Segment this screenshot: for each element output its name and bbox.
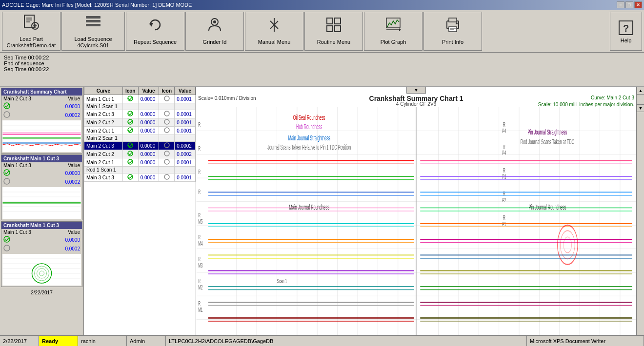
table-row[interactable]: Rod 1 Scan 1 xyxy=(84,167,196,173)
svg-rect-8 xyxy=(86,20,101,22)
window-controls: − □ ✕ xyxy=(617,1,642,8)
print-info-icon xyxy=(444,16,462,37)
svg-point-32 xyxy=(4,112,10,117)
sidebar: Crankshaft Summary Chart Main 2 Cut 3 Va… xyxy=(0,87,84,335)
cell-val1: 0.0000 xyxy=(138,150,159,158)
scroll-up-arrow[interactable]: ▲ xyxy=(637,87,644,95)
cell-icon1 xyxy=(122,118,138,127)
sidebar-main1-row2: 0.0002 xyxy=(1,177,82,186)
sidebar-circle-icon-3 xyxy=(3,245,10,252)
cell-val2: 0.0002 xyxy=(175,150,196,158)
svg-text:?: ? xyxy=(623,23,629,34)
cell-val1: 0.0000 xyxy=(138,110,159,118)
sidebar-section-main1: Crankshaft Main 1 Cut 3 Main 1 Cut 3 Val… xyxy=(1,154,82,220)
cell-val1 xyxy=(138,103,159,110)
repeat-sequence-button[interactable]: Repeat Sequence xyxy=(126,12,184,51)
table-row[interactable]: Main 1 Scan 1 xyxy=(84,103,196,110)
cell-icon2 xyxy=(159,118,175,127)
cell-icon1 xyxy=(122,150,138,158)
status-path: LTLPC0CL2H2\ADCOLEGAGEDB\GageDB xyxy=(166,336,527,346)
sidebar-check-icon-2 xyxy=(3,169,10,177)
routine-menu-button[interactable]: Routine Menu xyxy=(304,12,363,51)
cell-icon1 xyxy=(122,167,138,173)
sidebar-chart-3 xyxy=(2,254,81,286)
minimize-button[interactable]: − xyxy=(617,1,624,8)
table-row[interactable]: Main 2 Cut 30.00000.0002 xyxy=(84,142,196,150)
svg-point-12 xyxy=(213,20,216,23)
help-button[interactable]: ? Help xyxy=(610,12,642,51)
help-icon: ? xyxy=(617,19,635,38)
table-row[interactable]: Main 2 Cut 20.00000.0002 xyxy=(84,150,196,158)
cell-icon1 xyxy=(122,142,138,150)
load-sequence-button[interactable]: Load Sequence 4Cylcrnk.S01 xyxy=(61,12,125,51)
table-row[interactable]: Main 2 Cut 20.00000.0001 xyxy=(84,118,196,127)
cell-icon1 xyxy=(122,135,138,142)
cell-val1 xyxy=(138,167,159,173)
print-info-label: Print Info xyxy=(442,39,463,45)
collapse-button[interactable]: ▼ xyxy=(406,87,426,94)
cell-val2: 0.0001 xyxy=(175,127,196,135)
sidebar-data-row-2: 0.0002 xyxy=(1,111,82,119)
graph-svg: R R R R R M5 R M4 R M3 R M2 R M1 R P4 R … xyxy=(196,107,636,335)
cell-icon2 xyxy=(159,158,175,167)
col-icon2: Icon xyxy=(159,87,175,95)
status-date: 2/22/2017 xyxy=(0,336,39,346)
cell-curve: Rod 1 Scan 1 xyxy=(84,167,123,173)
cell-curve: Main 1 Cut 1 xyxy=(84,95,123,103)
svg-text:R: R xyxy=(198,169,201,175)
svg-text:M5: M5 xyxy=(198,218,202,225)
data-table-area[interactable]: Curve Icon Value Icon Value Main 1 Cut 1… xyxy=(84,87,196,335)
cell-val1: 0.0000 xyxy=(138,173,159,182)
data-table: Curve Icon Value Icon Value Main 1 Cut 1… xyxy=(84,87,196,182)
sidebar-main1-value2: 0.0002 xyxy=(56,179,80,185)
statusbar: 2/22/2017 Ready rachin Admin LTLPC0CL2H2… xyxy=(0,335,644,346)
right-scrollbar[interactable]: ▲ ▼ xyxy=(636,87,644,335)
cell-val2 xyxy=(175,167,196,173)
svg-point-47 xyxy=(4,178,10,184)
toolbar: Load Part CrankshaftDemo.dat Load Sequen… xyxy=(0,10,644,53)
sidebar-chart-2 xyxy=(2,187,81,219)
cell-icon2 xyxy=(159,103,175,110)
load-part-button[interactable]: Load Part CrankshaftDemo.dat xyxy=(2,12,60,51)
scroll-down-arrow[interactable]: ▼ xyxy=(637,104,644,112)
sidebar-header-row: Main 2 Cut 3 Value xyxy=(1,96,82,102)
svg-point-56 xyxy=(4,236,10,242)
plot-graph-button[interactable]: Plot Graph xyxy=(364,12,423,51)
manual-menu-button[interactable]: Manual Menu xyxy=(245,12,303,51)
maximize-button[interactable]: □ xyxy=(625,1,633,8)
svg-point-81 xyxy=(164,159,169,164)
cell-curve: Main 2 Cut 3 xyxy=(84,110,123,118)
cell-curve: Main 2 Scan 1 xyxy=(84,135,123,142)
status-user: rachin xyxy=(78,336,127,346)
main-content: Crankshaft Summary Chart Main 2 Cut 3 Va… xyxy=(0,87,644,335)
svg-text:M1: M1 xyxy=(198,306,202,313)
grinder-id-button[interactable]: Grinder Id xyxy=(185,12,244,51)
table-row[interactable]: Main 2 Cut 10.00000.0001 xyxy=(84,127,196,135)
table-row[interactable]: Main 2 Cut 10.00000.0001 xyxy=(84,158,196,167)
table-row[interactable]: Main 2 Scan 1 xyxy=(84,135,196,142)
manual-menu-label: Manual Menu xyxy=(258,39,291,45)
table-row[interactable]: Main 3 Cut 30.00000.0001 xyxy=(84,173,196,182)
help-label: Help xyxy=(621,38,632,43)
close-button[interactable]: ✕ xyxy=(634,1,642,8)
load-part-label: Load Part CrankshaftDemo.dat xyxy=(7,36,56,49)
svg-text:P4: P4 xyxy=(502,150,506,156)
svg-marker-22 xyxy=(399,28,401,31)
cell-icon1 xyxy=(122,127,138,135)
sidebar-section-main1b: Crankshaft Main 1 Cut 3 Main 1 Cut 3 Val… xyxy=(1,221,82,287)
sidebar-main1-col1: Main 1 Cut 3 xyxy=(3,163,31,168)
svg-text:R: R xyxy=(198,188,201,195)
table-row[interactable]: Main 2 Cut 30.00000.0001 xyxy=(84,110,196,118)
table-body: Main 1 Cut 10.00000.0001Main 1 Scan 1Mai… xyxy=(84,95,196,182)
svg-text:R: R xyxy=(503,167,505,174)
sidebar-circle-icon-1 xyxy=(3,111,10,119)
table-row[interactable]: Main 1 Cut 10.00000.0001 xyxy=(84,95,196,103)
svg-text:Journal Scans Taken Relative t: Journal Scans Taken Relative to Pin 1 TD… xyxy=(267,144,351,151)
col-icon1: Icon xyxy=(122,87,138,95)
cell-curve: Main 2 Cut 1 xyxy=(84,158,123,167)
cell-icon1 xyxy=(122,95,138,103)
svg-rect-9 xyxy=(86,24,101,26)
sidebar-section-main1b-title: Crankshaft Main 1 Cut 3 xyxy=(1,222,82,229)
print-info-button[interactable]: Print Info xyxy=(423,12,482,51)
svg-text:R: R xyxy=(503,143,505,150)
